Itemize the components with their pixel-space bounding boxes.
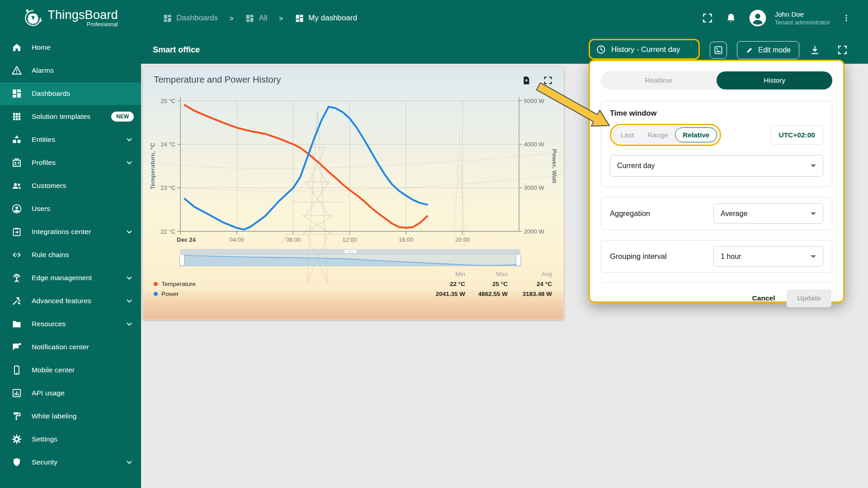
series-color-dot <box>154 292 158 296</box>
legend-max-power: 4862.55 W <box>465 291 508 297</box>
sidebar-item-rule-chains[interactable]: Rule chains <box>0 244 141 267</box>
sidebar-item-dashboards[interactable]: Dashboards <box>0 82 141 105</box>
legend-series-power[interactable]: Power <box>154 291 424 297</box>
sidebar: ThingsBoard Professional Home Alarms Das… <box>0 0 141 488</box>
antenna-icon <box>11 272 22 283</box>
tools-icon <box>11 296 22 306</box>
cancel-button[interactable]: Cancel <box>746 290 782 307</box>
top-header: Dashboards>All>My dashboard John Doe Ten… <box>141 0 868 36</box>
sidebar-item-advanced-features[interactable]: Advanced features <box>0 290 141 313</box>
badge-icon <box>11 157 22 168</box>
sidebar-item-security[interactable]: Security <box>0 451 141 474</box>
sidebar-item-users[interactable]: Users <box>0 197 141 221</box>
sidebar-item-edge-management[interactable]: Edge management <box>0 267 141 290</box>
more-menu-icon[interactable] <box>842 14 851 23</box>
apps-icon <box>11 111 22 122</box>
update-button[interactable]: Update <box>787 289 831 307</box>
breadcrumb-item-all[interactable]: All <box>245 14 267 23</box>
sidebar-item-mobile-center[interactable]: Mobile center <box>0 359 141 382</box>
chevron-down-icon <box>811 212 816 215</box>
breadcrumb-item-my-dashboard[interactable]: My dashboard <box>295 14 357 23</box>
sidebar-item-customers[interactable]: Customers <box>0 174 141 197</box>
timezone-button[interactable]: UTC+02:00 <box>770 125 823 145</box>
sidebar-item-alarms[interactable]: Alarms <box>0 59 141 82</box>
legend-header-min: Min <box>424 271 465 277</box>
gear-icon <box>11 434 22 445</box>
timewindow-button[interactable]: History - Current day <box>589 39 700 60</box>
brand-name: ThingsBoard <box>47 8 118 22</box>
sidebar-item-settings[interactable]: Settings <box>0 428 141 451</box>
download-icon[interactable] <box>809 44 821 56</box>
chart-widget: Temperature and Power History 25 °C5000 … <box>143 66 564 320</box>
interval-select[interactable]: Current day <box>610 155 823 177</box>
dashboard-icon <box>163 14 172 23</box>
popup-footer: Cancel Update <box>601 282 832 307</box>
realtime-history-tabs: Realtime History <box>601 71 832 89</box>
app-logo[interactable]: ThingsBoard Professional <box>0 0 141 36</box>
phone-icon <box>11 365 22 375</box>
dashboard-icon <box>295 14 304 23</box>
legend-min-power: 2041.35 W <box>424 291 465 297</box>
chevron-down-icon <box>125 135 134 144</box>
grouping-interval-select[interactable]: 1 hour <box>713 246 823 267</box>
avatar[interactable] <box>749 9 767 27</box>
sidebar-item-api-usage[interactable]: API usage <box>0 382 141 405</box>
mode-last[interactable]: Last <box>614 131 641 139</box>
legend-avg-power: 3183.48 W <box>508 291 552 297</box>
edit-mode-button[interactable]: Edit mode <box>737 41 799 59</box>
sidebar-item-solution-templates[interactable]: Solution templates NEW <box>0 105 141 128</box>
home-icon <box>11 42 22 53</box>
chevron-down-icon <box>125 158 134 167</box>
sidebar-menu: Home Alarms Dashboards Solution template… <box>0 36 141 474</box>
time-range-scrubber <box>180 249 520 266</box>
tab-realtime[interactable]: Realtime <box>601 71 717 89</box>
tab-history[interactable]: History <box>717 71 832 89</box>
sidebar-item-resources[interactable]: Resources <box>0 313 141 336</box>
chevron-down-icon <box>125 296 134 305</box>
svg-text:20:00: 20:00 <box>455 236 470 243</box>
thingsboard-logo-icon <box>23 8 43 28</box>
legend-min-temperature: 22 °C <box>424 281 465 287</box>
svg-text:Temperature, °C: Temperature, °C <box>149 143 156 190</box>
svg-text:Dec 24: Dec 24 <box>177 236 196 243</box>
scrubber-handle-right[interactable] <box>516 254 521 266</box>
mode-range[interactable]: Range <box>641 131 675 139</box>
breadcrumb: Dashboards>All>My dashboard <box>163 14 357 23</box>
legend-series-temperature[interactable]: Temperature <box>154 281 424 287</box>
grouping-interval-label: Grouping interval <box>610 252 667 261</box>
export-file-icon[interactable] <box>521 75 531 85</box>
folder-icon <box>11 319 22 329</box>
sidebar-item-notification-center[interactable]: Notification center <box>0 336 141 359</box>
legend-max-temperature: 25 °C <box>465 281 508 287</box>
user-name: John Doe <box>775 10 830 18</box>
warning-icon <box>11 65 22 76</box>
breadcrumb-item-dashboards[interactable]: Dashboards <box>163 14 218 23</box>
time-window-heading: Time window <box>610 109 823 117</box>
sidebar-item-profiles[interactable]: Profiles <box>0 151 141 174</box>
sidebar-item-white-labeling[interactable]: White labeling <box>0 405 141 428</box>
scrubber-grip[interactable] <box>344 250 356 253</box>
fullscreen-icon[interactable] <box>702 12 713 24</box>
image-gallery-button[interactable] <box>710 42 727 59</box>
scrubber-selection[interactable] <box>180 254 520 266</box>
scrubber-handle-left[interactable] <box>179 254 184 266</box>
sidebar-item-entities[interactable]: Entities <box>0 128 141 151</box>
sidebar-item-home[interactable]: Home <box>0 36 141 59</box>
notifications-bell-icon[interactable] <box>725 12 737 24</box>
chevron-down-icon <box>125 319 134 328</box>
widget-fullscreen-icon[interactable] <box>543 75 553 85</box>
brand-subtitle: Professional <box>87 21 118 28</box>
aggregation-select[interactable]: Average <box>713 203 823 224</box>
scrubber-track[interactable] <box>180 249 520 254</box>
user-role: Tenant administrator <box>775 19 830 26</box>
svg-text:23 °C: 23 °C <box>160 184 175 191</box>
mode-relative[interactable]: Relative <box>675 127 717 142</box>
sidebar-item-integrations-center[interactable]: Integrations center <box>0 221 141 244</box>
aggregation-label: Aggregation <box>610 209 650 218</box>
code-icon <box>11 249 22 260</box>
expand-fullscreen-icon[interactable] <box>837 44 848 56</box>
image-icon <box>713 45 723 55</box>
aggregation-card: Aggregation Average <box>601 197 832 230</box>
series-color-dot <box>154 282 158 286</box>
message-icon <box>11 342 22 352</box>
